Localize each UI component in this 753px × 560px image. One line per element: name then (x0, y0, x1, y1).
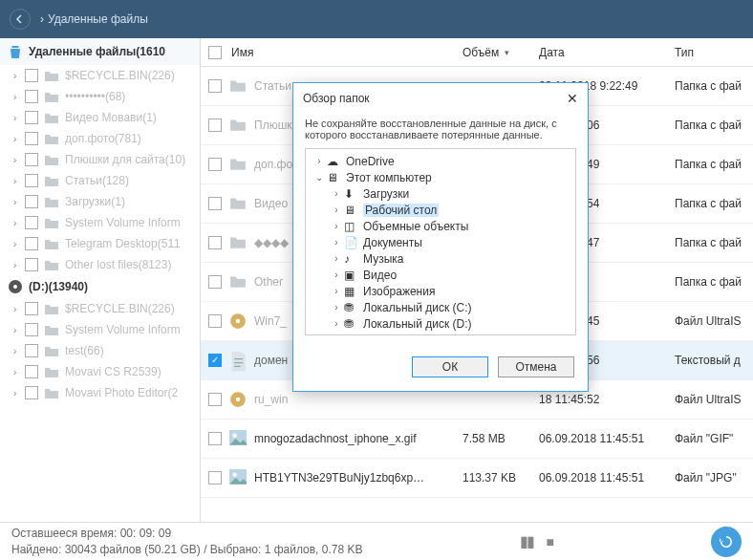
folder-tree[interactable]: ›☁OneDrive⌄🖥Этот компьютер›⬇Загрузки›🖥Ра… (305, 148, 576, 335)
table-row[interactable]: HTB1YTN3e29TBuNjy1zbq6xp…113.37 KB06.09.… (201, 459, 753, 498)
pause-button[interactable]: ▮▮ (520, 532, 533, 550)
tree-node[interactable]: ›⛃Локальный диск (D:) (306, 315, 575, 332)
sidebar-item[interactable]: ›Movavi CS R2539) (0, 361, 200, 382)
col-name[interactable]: Имя (229, 46, 463, 59)
checkbox[interactable] (208, 393, 222, 406)
checkbox[interactable] (25, 111, 38, 124)
stop-button[interactable]: ■ (547, 534, 554, 549)
close-icon[interactable]: ✕ (567, 91, 578, 106)
col-size[interactable]: Объём▾ (463, 46, 539, 59)
sidebar-item[interactable]: ›Статьи(128) (0, 170, 200, 191)
checkbox[interactable] (25, 237, 38, 250)
sidebar-item[interactable]: ›доп.фото(781) (0, 128, 200, 149)
chevron-icon[interactable]: › (331, 269, 342, 280)
sidebar: Удаленные файлы(1610 ›$RECYCLE.BIN(226)›… (0, 38, 201, 522)
music-icon: ♪ (344, 252, 359, 266)
col-date[interactable]: Дата (539, 46, 675, 59)
chevron-icon[interactable]: › (313, 156, 325, 166)
chevron-icon[interactable]: › (331, 318, 342, 329)
checkbox[interactable] (25, 174, 38, 187)
tree-node[interactable]: ⌄🖥Этот компьютер (306, 169, 575, 185)
chevron-icon[interactable]: › (331, 302, 342, 312)
sidebar-item[interactable]: ›System Volume Inform (0, 212, 200, 233)
tree-node[interactable]: ›♪Музыка (306, 250, 575, 267)
checkbox[interactable] (25, 323, 38, 336)
checkbox[interactable] (25, 302, 38, 315)
sidebar-item[interactable]: ›••••••••••(68) (0, 86, 200, 107)
svg-point-7 (232, 433, 237, 438)
file-icon (229, 430, 247, 447)
file-type: Файл "GIF" (675, 432, 753, 445)
tree-node[interactable]: ›◫Объемные объекты (306, 218, 575, 234)
cancel-button[interactable]: Отмена (498, 356, 574, 377)
back-button[interactable] (10, 9, 31, 30)
sidebar-item[interactable]: ›System Volume Inform (0, 319, 200, 340)
checkbox[interactable] (25, 90, 38, 103)
checkbox[interactable] (25, 153, 38, 166)
checkbox[interactable] (208, 432, 222, 445)
checkbox[interactable] (25, 216, 38, 229)
checkbox[interactable] (208, 275, 222, 289)
chevron-right-icon: › (13, 304, 25, 314)
file-icon (229, 352, 247, 369)
sidebar-item[interactable]: ›$RECYCLE.BIN(226) (0, 298, 200, 319)
tree-node-label: Видео (363, 269, 397, 282)
checkbox[interactable] (25, 195, 38, 208)
sidebar-disk[interactable]: (D:)(13940) (0, 275, 200, 298)
chevron-icon[interactable]: › (331, 253, 342, 264)
tree-node-label: Объемные объекты (363, 220, 468, 233)
sidebar-item-label: Загрузки(1) (65, 195, 125, 208)
sidebar-item[interactable]: ›Плюшки для сайта(10) (0, 149, 200, 170)
checkbox[interactable] (25, 69, 38, 82)
chevron-right-icon: › (13, 155, 25, 165)
file-type: Файл UltraIS (675, 393, 753, 406)
sidebar-item[interactable]: ›Видео Мовави(1) (0, 107, 200, 128)
checkbox[interactable] (208, 197, 222, 210)
restore-button[interactable] (711, 527, 742, 557)
pc-icon: 🖥 (327, 171, 342, 184)
checkbox[interactable] (25, 132, 38, 145)
checkbox[interactable] (25, 258, 38, 271)
chevron-icon[interactable]: › (331, 237, 342, 248)
col-type[interactable]: Тип (675, 46, 753, 59)
sidebar-item[interactable]: ›$RECYCLE.BIN(226) (0, 65, 200, 86)
sidebar-header[interactable]: Удаленные файлы(1610 (0, 38, 200, 65)
sidebar-item[interactable]: ›Telegram Desktop(511 (0, 233, 200, 254)
chevron-icon[interactable]: › (331, 188, 342, 199)
chevron-icon[interactable]: › (331, 205, 342, 215)
sidebar-item[interactable]: ›Movavi Photo Editor(2 (0, 382, 200, 403)
chevron-icon[interactable]: ⌄ (313, 172, 325, 183)
tree-node[interactable]: ›▦Изображения (306, 283, 575, 299)
dialog-message: Не сохраняйте восстановленные данные на … (293, 114, 588, 148)
chevron-icon[interactable]: › (331, 221, 342, 231)
tree-node[interactable]: ›☁OneDrive (306, 153, 575, 169)
sidebar-item[interactable]: ›Other lost files(8123) (0, 254, 200, 275)
chevron-icon[interactable]: › (331, 286, 342, 296)
tree-node[interactable]: ›📄Документы (306, 234, 575, 250)
checkbox[interactable] (25, 344, 38, 357)
breadcrumb-current[interactable]: Удаленные файлы (48, 12, 148, 26)
ok-button[interactable]: ОК (412, 356, 488, 377)
tree-node[interactable]: ›⬇Загрузки (306, 185, 575, 202)
checkbox[interactable] (208, 314, 222, 328)
column-headers: Имя Объём▾ Дата Тип (201, 38, 753, 67)
sort-arrow-icon: ▾ (505, 48, 509, 57)
chevron-right-icon: › (13, 197, 25, 207)
sidebar-item[interactable]: ›test(66) (0, 340, 200, 361)
checkbox[interactable] (25, 386, 38, 399)
tree-node[interactable]: ›▣Видео (306, 267, 575, 283)
select-all-checkbox[interactable] (208, 46, 222, 59)
checkbox[interactable] (208, 471, 222, 485)
checkbox[interactable]: ✓ (208, 354, 222, 367)
chevron-right-icon: › (13, 260, 25, 270)
checkbox[interactable] (25, 365, 38, 378)
checkbox[interactable] (208, 79, 222, 93)
tree-node[interactable]: ›⛃Локальный диск (C:) (306, 299, 575, 315)
sidebar-item[interactable]: ›Загрузки(1) (0, 191, 200, 212)
checkbox[interactable] (208, 118, 222, 132)
tree-node[interactable]: ›🖥Рабочий стол (306, 202, 575, 218)
checkbox[interactable] (208, 158, 222, 171)
table-row[interactable]: mnogozadachnost_iphone_x.gif7.58 MB06.09… (201, 420, 753, 459)
hdd-icon: ⛃ (344, 317, 359, 331)
checkbox[interactable] (208, 236, 222, 249)
